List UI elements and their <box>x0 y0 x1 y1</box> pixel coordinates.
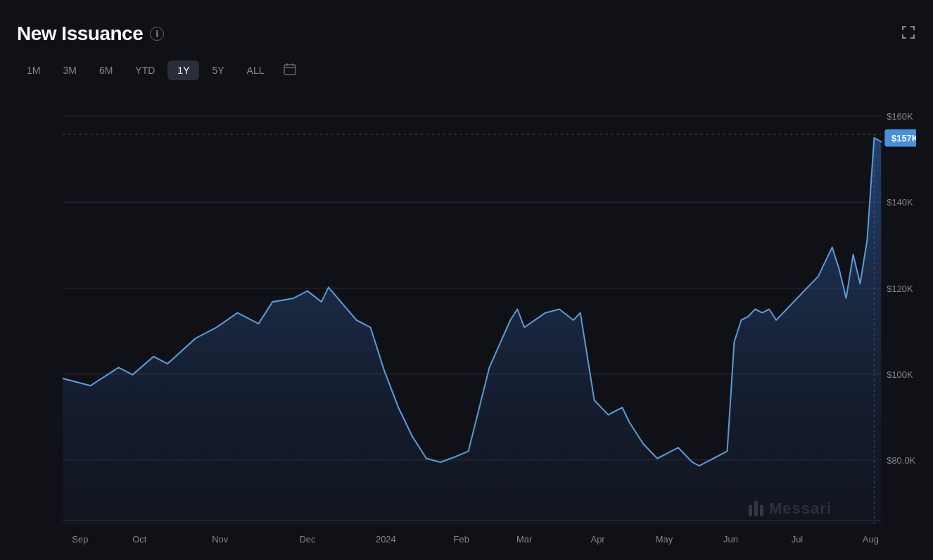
svg-rect-1 <box>902 26 903 30</box>
filter-all[interactable]: ALL <box>237 61 274 80</box>
svg-text:Aug: Aug <box>863 534 879 545</box>
calendar-icon[interactable] <box>277 58 303 83</box>
svg-text:Jul: Jul <box>792 534 804 545</box>
svg-text:Dec: Dec <box>300 534 316 545</box>
expand-icon[interactable] <box>901 25 916 44</box>
filter-1y[interactable]: 1Y <box>167 61 199 80</box>
filter-6m[interactable]: 6M <box>89 61 122 80</box>
time-filters: 1M 3M 6M YTD 1Y 5Y ALL <box>17 58 916 83</box>
filter-1m[interactable]: 1M <box>17 61 50 80</box>
chart-area: $160K $140K $120K $100K $80.0K Sep Oct N… <box>17 94 916 546</box>
svg-text:Oct: Oct <box>132 534 146 545</box>
y-axis <box>17 94 63 546</box>
messari-logo <box>749 501 763 516</box>
svg-text:Mar: Mar <box>516 534 533 545</box>
svg-text:$140K: $140K <box>887 197 913 208</box>
svg-rect-7 <box>913 34 915 39</box>
filter-5y[interactable]: 5Y <box>202 61 234 80</box>
svg-text:Jun: Jun <box>723 534 738 545</box>
svg-text:$80.0K: $80.0K <box>887 455 915 466</box>
svg-rect-3 <box>913 26 915 30</box>
chart-title: New Issuance <box>17 23 143 45</box>
svg-text:Apr: Apr <box>591 534 606 545</box>
svg-text:Sep: Sep <box>72 534 88 545</box>
filter-3m[interactable]: 3M <box>53 61 86 80</box>
info-icon[interactable]: ℹ <box>150 27 164 41</box>
svg-text:$100K: $100K <box>887 369 913 380</box>
svg-text:Feb: Feb <box>454 534 469 545</box>
svg-text:$120K: $120K <box>887 283 913 293</box>
header-row: New Issuance ℹ <box>17 23 916 45</box>
svg-rect-8 <box>284 65 296 75</box>
svg-text:Nov: Nov <box>212 534 228 545</box>
svg-rect-5 <box>902 34 903 39</box>
svg-text:May: May <box>656 534 673 545</box>
svg-text:$157K: $157K <box>891 133 916 144</box>
messari-watermark: Messari <box>749 499 832 518</box>
chart-inner: $160K $140K $120K $100K $80.0K Sep Oct N… <box>63 94 916 546</box>
watermark-text: Messari <box>769 499 832 518</box>
svg-text:2024: 2024 <box>376 534 396 545</box>
svg-text:$160K: $160K <box>887 111 913 122</box>
filter-ytd[interactable]: YTD <box>125 61 165 80</box>
title-area: New Issuance ℹ <box>17 23 164 45</box>
chart-container: New Issuance ℹ 1M 3M 6M YTD 1Y 5Y ALL <box>0 0 933 560</box>
